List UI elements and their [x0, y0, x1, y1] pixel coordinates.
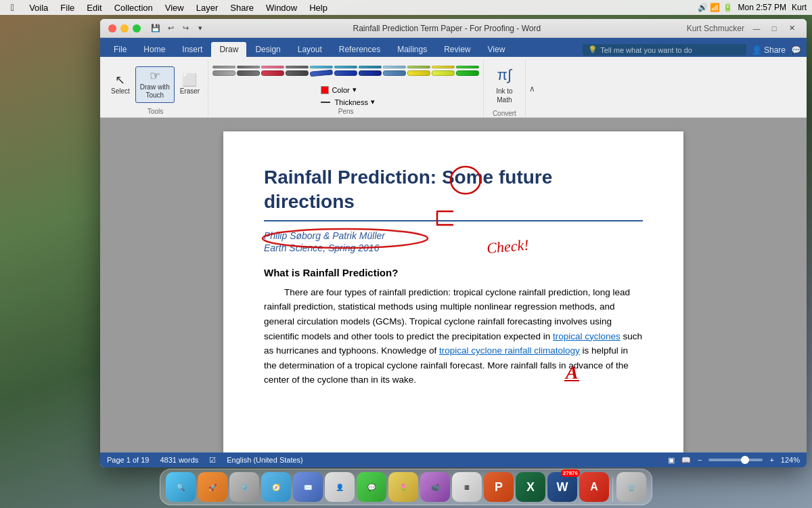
tab-insert[interactable]: Insert: [174, 42, 210, 57]
zoom-slider[interactable]: [708, 459, 763, 461]
draw-touch-label: Draw withTouch: [140, 83, 170, 100]
authors-text: Philip Søborg & Patrik Müller: [264, 230, 385, 241]
menu-voila[interactable]: Voila: [24, 1, 53, 14]
ink-math-label: Ink toMath: [496, 87, 512, 104]
thickness-button[interactable]: Thickness ▾: [317, 96, 379, 108]
dock-contacts[interactable]: 👤: [325, 472, 355, 502]
restore-button[interactable]: —: [750, 22, 763, 35]
pen-thick-lime[interactable]: [432, 70, 455, 76]
tab-draw[interactable]: Draw: [211, 42, 246, 57]
dock-messages[interactable]: 💬: [357, 472, 386, 502]
menu-layer[interactable]: Layer: [191, 1, 224, 14]
tab-home[interactable]: Home: [135, 42, 173, 57]
person-icon: 👤: [752, 45, 762, 55]
pen-thick-yellow[interactable]: [407, 70, 430, 76]
minimize-button[interactable]: [120, 24, 129, 33]
dock-app-store[interactable]: A: [579, 472, 609, 502]
pen-blue3[interactable]: [359, 66, 382, 68]
menu-collection[interactable]: Collection: [109, 1, 158, 14]
pen-row-thick: [212, 70, 479, 76]
pen-thick-gray2[interactable]: [237, 70, 260, 76]
body-text: There are four types of rainfall predict…: [264, 285, 643, 387]
title-divider: [264, 220, 643, 221]
draw-with-touch-button[interactable]: ☞ Draw withTouch: [135, 66, 175, 103]
link-tropical-cyclones[interactable]: tropical cyclones: [553, 331, 621, 341]
pen-gray2[interactable]: [237, 66, 260, 68]
tab-layout[interactable]: Layout: [290, 42, 330, 57]
apple-menu[interactable]: : [5, 1, 20, 14]
pen-thick-gray1[interactable]: [212, 70, 235, 76]
window-close-button[interactable]: ✕: [785, 22, 798, 35]
dock-monitors[interactable]: ▥: [452, 472, 482, 502]
menu-edit[interactable]: Edit: [81, 1, 107, 14]
menu-view[interactable]: View: [160, 1, 189, 14]
pens-group-label: Pens: [338, 108, 354, 117]
thickness-icon: [321, 102, 330, 103]
dock-mail[interactable]: ✉️: [293, 472, 323, 502]
save-button[interactable]: 💾: [149, 22, 162, 35]
close-button[interactable]: [108, 24, 116, 33]
tell-me-input[interactable]: 💡 Tell me what you want to do: [583, 44, 746, 56]
dock-photos[interactable]: 🌷: [388, 472, 418, 502]
dock-facetime[interactable]: 📹: [420, 472, 450, 502]
pen-controls: [212, 61, 479, 84]
read-view-button[interactable]: 📖: [681, 456, 691, 465]
dock-powerpoint[interactable]: P: [484, 472, 514, 502]
dock-excel[interactable]: X: [516, 472, 545, 502]
dock-finder[interactable]: 🔍: [166, 472, 196, 502]
color-swatch: [321, 86, 329, 94]
zoom-in-button[interactable]: +: [769, 456, 773, 464]
dock-trash[interactable]: 🗑️: [616, 472, 646, 502]
redo-button[interactable]: ↪: [179, 22, 192, 35]
thickness-label: Thickness: [334, 98, 368, 106]
pen-thick-blue2[interactable]: [334, 70, 357, 76]
dock-safari[interactable]: 🧭: [261, 472, 291, 502]
pen-yellow[interactable]: [407, 66, 430, 68]
ink-to-math-button[interactable]: π∫ Ink toMath: [488, 61, 520, 110]
pen-brightyellow[interactable]: [432, 66, 455, 68]
select-button[interactable]: ↖ Select: [107, 71, 134, 98]
pen-pink[interactable]: [261, 66, 284, 68]
pen-thick-medblue[interactable]: [383, 70, 406, 76]
tab-file[interactable]: File: [106, 42, 135, 57]
color-thickness-controls: Color ▾ Thickness ▾: [317, 84, 379, 108]
pen-lightblue[interactable]: [383, 66, 406, 68]
system-icons: 🔊 📶 🔋: [698, 3, 733, 12]
pen-thick-blue1[interactable]: [310, 70, 334, 77]
dock-word[interactable]: W 27876: [547, 472, 577, 502]
pen-thick-red[interactable]: [261, 70, 284, 76]
fullscreen-button[interactable]: [133, 24, 141, 33]
pen-blue2[interactable]: [334, 66, 357, 68]
dock-launchpad[interactable]: 🚀: [198, 472, 227, 502]
pen-thick-green[interactable]: [456, 70, 479, 76]
menu-file[interactable]: File: [55, 1, 80, 14]
dock-system-prefs[interactable]: ⚙️: [229, 472, 259, 502]
tab-review[interactable]: Review: [436, 42, 478, 57]
tab-view[interactable]: View: [480, 42, 514, 57]
customize-button[interactable]: ▾: [194, 22, 207, 35]
pen-green[interactable]: [456, 66, 479, 68]
ribbon-collapse-button[interactable]: ∧: [526, 60, 539, 117]
pen-thick-darkblue[interactable]: [359, 70, 382, 76]
color-label: Color: [332, 86, 349, 94]
menu-window[interactable]: Window: [261, 1, 302, 14]
maximize-button[interactable]: □: [767, 22, 781, 35]
menu-share[interactable]: Share: [225, 1, 259, 14]
eraser-button[interactable]: ⬜ Eraser: [176, 71, 204, 98]
share-button[interactable]: 👤 Share: [752, 45, 786, 55]
comments-button[interactable]: 💬: [791, 45, 801, 55]
color-button[interactable]: Color ▾: [317, 84, 379, 96]
pen-gray3[interactable]: [286, 66, 309, 68]
document-title: Rainfall Prediction: Some futuredirectio…: [264, 165, 643, 215]
pen-gray1[interactable]: [212, 66, 235, 68]
link-climatology[interactable]: tropical cyclone rainfall climatology: [439, 345, 580, 356]
tab-mailings[interactable]: Mailings: [389, 42, 435, 57]
menu-help[interactable]: Help: [304, 1, 333, 14]
zoom-out-button[interactable]: −: [698, 456, 702, 464]
pen-thick-dark[interactable]: [286, 70, 309, 76]
pen-blue1[interactable]: [310, 66, 333, 68]
tab-references[interactable]: References: [331, 42, 388, 57]
tab-design[interactable]: Design: [247, 42, 288, 57]
undo-button[interactable]: ↩: [164, 22, 177, 35]
layout-button[interactable]: ▣: [668, 456, 675, 465]
